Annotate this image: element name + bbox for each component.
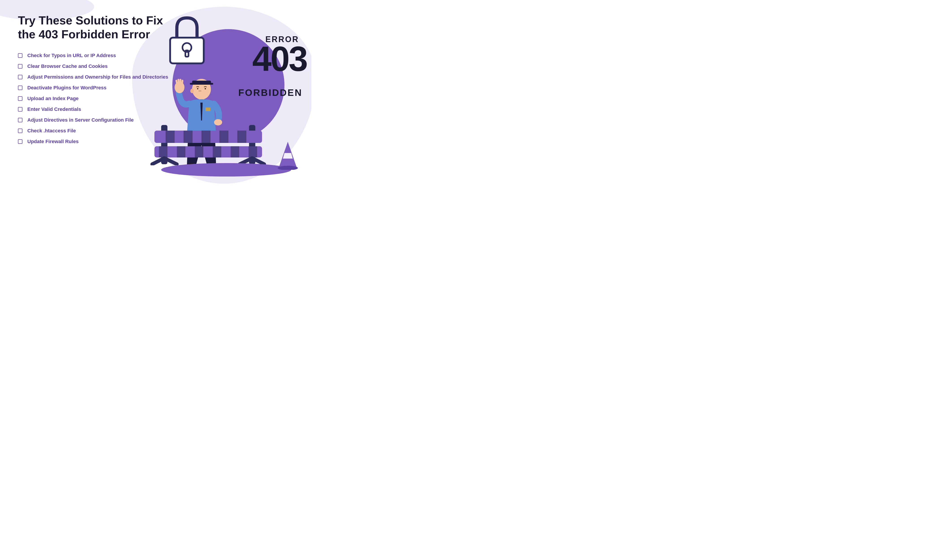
svg-marker-45 — [283, 153, 293, 158]
svg-rect-39 — [248, 146, 257, 157]
checklist-label-plugins: Deactivate Plugins for WordPress — [27, 85, 106, 91]
svg-rect-30 — [219, 131, 228, 143]
svg-rect-34 — [159, 146, 168, 157]
checklist-label-index: Upload an Index Page — [27, 95, 79, 102]
checkbox-permissions[interactable] — [18, 75, 22, 79]
svg-point-19 — [190, 89, 194, 93]
svg-line-11 — [176, 81, 177, 83]
checkbox-cache[interactable] — [18, 64, 22, 69]
checklist-label-htaccess: Check .htaccess File — [27, 128, 76, 134]
svg-rect-5 — [190, 83, 213, 85]
error-number: 403 — [252, 42, 307, 76]
checkbox-firewall[interactable] — [18, 139, 22, 144]
checkbox-credentials[interactable] — [18, 107, 22, 112]
svg-point-22 — [205, 88, 206, 89]
svg-rect-36 — [195, 146, 203, 157]
checklist-label-firewall: Update Firewall Rules — [27, 138, 79, 145]
ground-shadow — [161, 163, 291, 177]
checkbox-typos[interactable] — [18, 53, 22, 58]
traffic-cone — [277, 141, 299, 170]
barrier — [148, 125, 269, 165]
svg-rect-27 — [166, 131, 175, 143]
checkbox-htaccess[interactable] — [18, 129, 22, 133]
checkbox-directives[interactable] — [18, 118, 22, 122]
forbidden-label: FORBIDDEN — [238, 88, 302, 98]
svg-rect-35 — [177, 146, 185, 157]
svg-rect-37 — [213, 146, 221, 157]
svg-rect-29 — [202, 131, 210, 143]
svg-point-15 — [214, 119, 222, 125]
svg-point-21 — [197, 88, 198, 89]
checkbox-plugins[interactable] — [18, 86, 22, 90]
svg-rect-18 — [205, 108, 210, 111]
illustration-area: ERROR 403 FORBIDDEN — [125, 0, 311, 186]
checkbox-index[interactable] — [18, 96, 22, 101]
padlock-icon — [167, 14, 207, 67]
checklist-label-typos: Check for Typos in URL or IP Address — [27, 52, 116, 58]
checklist-label-cache: Clear Browser Cache and Cookies — [27, 63, 108, 69]
checklist-label-credentials: Enter Valid Credentials — [27, 106, 81, 112]
checklist-label-directives: Adjust Directives in Server Configuratio… — [27, 117, 134, 123]
svg-rect-38 — [231, 146, 239, 157]
svg-rect-28 — [183, 131, 193, 143]
svg-rect-32 — [154, 146, 262, 157]
svg-rect-31 — [237, 131, 246, 143]
